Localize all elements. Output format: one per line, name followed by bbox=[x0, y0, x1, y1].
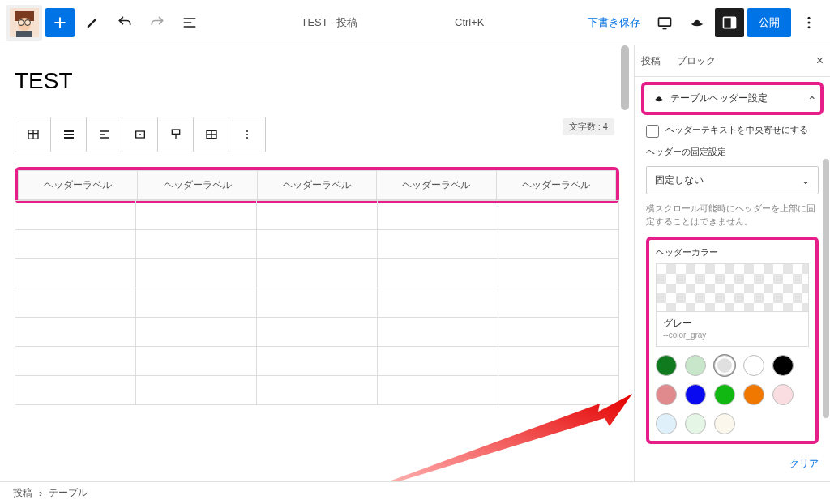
color-swatch-cream[interactable] bbox=[714, 413, 735, 434]
svg-rect-16 bbox=[172, 130, 179, 134]
svg-rect-6 bbox=[16, 31, 32, 37]
clear-color-link[interactable]: クリア bbox=[635, 452, 830, 471]
breadcrumb-sep: › bbox=[39, 488, 42, 499]
color-meta: グレー --color_gray bbox=[656, 312, 809, 347]
sidebar-tabs: 投稿 ブロック × bbox=[635, 45, 830, 77]
redo-button[interactable] bbox=[143, 8, 172, 37]
table-header-cell[interactable]: ヘッダーラベル bbox=[19, 171, 138, 200]
color-swatch-dark-green[interactable] bbox=[656, 355, 677, 376]
char-count-badge: 文字数 : 4 bbox=[563, 118, 614, 135]
center-header-checkbox-row[interactable]: ヘッダーテキストを中央寄せにする bbox=[646, 123, 819, 138]
color-swatch-pale-blue[interactable] bbox=[656, 413, 677, 434]
color-swatch-pink[interactable] bbox=[656, 384, 677, 405]
swell-icon-button[interactable] bbox=[682, 8, 712, 37]
selected-color-name: グレー bbox=[663, 317, 802, 331]
sticky-header-help: 横スクロール可能時にヘッダーを上部に固定することはできません。 bbox=[646, 203, 819, 229]
color-swatches bbox=[656, 355, 809, 434]
toolbar-align-full-icon[interactable] bbox=[51, 117, 87, 152]
panel-title: テーブルヘッダー設定 bbox=[670, 92, 768, 105]
topbar-center: TEST · 投稿 Ctrl+K bbox=[208, 11, 578, 35]
breadcrumb-current[interactable]: テーブル bbox=[49, 486, 88, 500]
table-header-cell[interactable]: ヘッダーラベル bbox=[138, 171, 257, 200]
edit-pencil-button[interactable] bbox=[78, 8, 107, 37]
color-swatch-white[interactable] bbox=[743, 355, 764, 376]
color-swatch-green[interactable] bbox=[714, 384, 735, 405]
table-header-cell[interactable]: ヘッダーラベル bbox=[496, 171, 615, 200]
tab-post[interactable]: 投稿 bbox=[641, 54, 661, 68]
document-title-bar[interactable]: TEST · 投稿 Ctrl+K bbox=[292, 11, 494, 35]
topbar-right: 下書き保存 公開 bbox=[581, 8, 824, 37]
publish-button[interactable]: 公開 bbox=[747, 8, 791, 37]
more-options-button[interactable] bbox=[794, 8, 824, 37]
header-color-panel-highlight: ヘッダーカラー グレー --color_gray bbox=[646, 237, 819, 444]
color-swatch-pale-green[interactable] bbox=[685, 413, 706, 434]
workspace: TEST 文字数 : 4 ヘッダーラベル ヘッダーラベル ヘッダーラベル ヘッダ… bbox=[0, 45, 830, 481]
editor-scrollbar[interactable] bbox=[621, 45, 629, 110]
svg-rect-9 bbox=[731, 17, 736, 28]
toolbar-style-icon[interactable] bbox=[158, 117, 194, 152]
svg-point-10 bbox=[808, 16, 811, 19]
sticky-header-label: ヘッダーの固定設定 bbox=[646, 146, 819, 158]
color-swatch-light-pink[interactable] bbox=[772, 384, 794, 405]
sticky-header-select[interactable]: 固定しない ⌄ bbox=[646, 166, 819, 194]
table-header-cell[interactable]: ヘッダーラベル bbox=[377, 171, 496, 200]
add-block-button[interactable] bbox=[45, 8, 75, 37]
close-icon[interactable]: × bbox=[816, 53, 824, 68]
block-toolbar bbox=[15, 117, 266, 152]
svg-marker-21 bbox=[389, 394, 632, 481]
svg-point-18 bbox=[246, 130, 248, 132]
center-header-checkbox[interactable] bbox=[646, 125, 659, 138]
settings-sidebar-toggle[interactable] bbox=[715, 8, 744, 37]
tab-block[interactable]: ブロック bbox=[677, 54, 716, 68]
preview-button[interactable] bbox=[650, 8, 679, 37]
svg-point-11 bbox=[808, 21, 811, 23]
table-block-header[interactable]: ヘッダーラベル ヘッダーラベル ヘッダーラベル ヘッダーラベル ヘッダーラベル bbox=[18, 170, 616, 200]
table-block-body[interactable] bbox=[15, 200, 619, 405]
topbar: TEST · 投稿 Ctrl+K 下書き保存 公開 bbox=[0, 0, 830, 45]
header-color-label: ヘッダーカラー bbox=[656, 246, 809, 258]
settings-sidebar: 投稿 ブロック × テーブルヘッダー設定 ⌃ ヘッダーテキストを中央寄せにする … bbox=[634, 45, 830, 481]
toolbar-cell-icon[interactable] bbox=[122, 117, 158, 152]
breadcrumb-root[interactable]: 投稿 bbox=[13, 486, 32, 500]
toolbar-more-icon[interactable] bbox=[229, 117, 265, 152]
selected-color-var: --color_gray bbox=[663, 331, 802, 340]
editor-canvas[interactable]: TEST 文字数 : 4 ヘッダーラベル ヘッダーラベル ヘッダーラベル ヘッダ… bbox=[0, 45, 634, 481]
breadcrumb: 投稿 › テーブル bbox=[0, 481, 830, 504]
toolbar-columns-icon[interactable] bbox=[194, 117, 229, 152]
color-preview-checker[interactable] bbox=[656, 263, 809, 312]
document-outline-button[interactable] bbox=[175, 8, 204, 37]
center-header-label: ヘッダーテキストを中央寄せにする bbox=[665, 123, 808, 137]
color-swatch-gray[interactable] bbox=[714, 355, 735, 376]
svg-point-15 bbox=[139, 134, 141, 135]
table-header-cell[interactable]: ヘッダーラベル bbox=[257, 171, 376, 200]
sticky-header-value: 固定しない bbox=[655, 173, 704, 187]
color-swatch-blue[interactable] bbox=[685, 384, 706, 405]
table-header-row-highlight: ヘッダーラベル ヘッダーラベル ヘッダーラベル ヘッダーラベル ヘッダーラベル bbox=[15, 167, 619, 203]
chevron-up-icon[interactable]: ⌃ bbox=[807, 94, 817, 107]
svg-point-12 bbox=[808, 26, 811, 28]
undo-button[interactable] bbox=[110, 8, 139, 37]
command-shortcut: Ctrl+K bbox=[455, 16, 484, 28]
toolbar-table-icon[interactable] bbox=[15, 117, 51, 152]
swell-small-icon bbox=[652, 92, 665, 105]
sidebar-scrollbar[interactable] bbox=[823, 159, 829, 418]
chevron-down-icon: ⌄ bbox=[802, 175, 810, 186]
post-title[interactable]: TEST bbox=[15, 68, 619, 94]
sidebar-body: ヘッダーテキストを中央寄せにする ヘッダーの固定設定 固定しない ⌄ 横スクロー… bbox=[635, 115, 830, 452]
document-title-text: TEST · 投稿 bbox=[302, 15, 358, 30]
svg-rect-7 bbox=[659, 18, 671, 26]
panel-header-settings-highlight[interactable]: テーブルヘッダー設定 bbox=[641, 82, 824, 115]
avatar[interactable] bbox=[6, 5, 42, 41]
color-swatch-black[interactable] bbox=[772, 355, 794, 376]
color-swatch-light-green[interactable] bbox=[685, 355, 706, 376]
color-swatch-orange[interactable] bbox=[743, 384, 764, 405]
save-draft-link[interactable]: 下書き保存 bbox=[581, 15, 647, 30]
svg-point-20 bbox=[246, 137, 248, 139]
toolbar-align-left-icon[interactable] bbox=[87, 117, 122, 152]
svg-point-19 bbox=[246, 134, 248, 135]
